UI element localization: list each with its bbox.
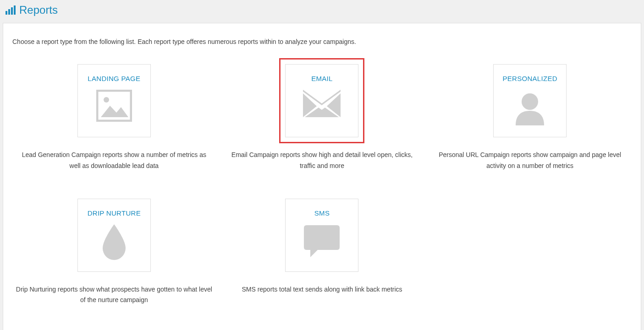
bar-chart-icon xyxy=(6,5,16,15)
svg-point-11 xyxy=(522,93,538,110)
report-card-email[interactable]: EMAIL xyxy=(285,64,358,137)
report-card-title: SMS xyxy=(314,209,330,217)
envelope-icon xyxy=(303,90,341,117)
report-card-desc: Personal URL Campaign reports show campa… xyxy=(431,150,628,172)
report-card-wrap: LANDING PAGE xyxy=(72,58,157,143)
report-card-desc: SMS reports total text sends along with … xyxy=(242,284,402,295)
content-panel: Choose a report type from the following … xyxy=(3,23,641,330)
report-card-cell-sms: SMS SMS reports total text sends along w… xyxy=(220,193,424,306)
report-card-landing-page[interactable]: LANDING PAGE xyxy=(77,64,151,137)
report-card-desc: Lead Generation Campaign reports show a … xyxy=(16,150,213,172)
speech-bubble-icon xyxy=(304,224,340,258)
report-card-cell-personalized: PERSONALIZED Personal URL Campaign repor… xyxy=(428,58,632,172)
page-header: Reports xyxy=(0,0,644,20)
svg-marker-6 xyxy=(101,106,128,117)
report-card-wrap: PERSONALIZED xyxy=(487,58,572,143)
svg-rect-3 xyxy=(14,5,16,15)
water-drop-icon xyxy=(101,224,127,260)
svg-rect-1 xyxy=(8,9,10,15)
report-card-title: EMAIL xyxy=(311,75,333,82)
report-card-sms[interactable]: SMS xyxy=(285,199,358,272)
report-card-cell-email: EMAIL Email Campaign reports show high a… xyxy=(220,58,424,172)
report-card-personalized[interactable]: PERSONALIZED xyxy=(493,64,567,137)
report-card-wrap: DRIP NURTURE xyxy=(72,193,157,278)
report-cards-grid: LANDING PAGE Lead Generation Campaign re… xyxy=(12,58,632,306)
report-card-title: DRIP NURTURE xyxy=(88,209,141,217)
svg-point-5 xyxy=(104,97,109,103)
page-title: Reports xyxy=(19,4,58,16)
report-card-title: PERSONALIZED xyxy=(502,75,557,82)
report-card-desc: Drip Nurturing reports show what prospec… xyxy=(16,284,213,306)
report-card-wrap: SMS xyxy=(279,193,364,278)
report-card-desc: Email Campaign reports show high and det… xyxy=(223,150,420,172)
svg-rect-0 xyxy=(6,11,7,15)
image-placeholder-icon xyxy=(96,90,132,122)
report-card-drip-nurture[interactable]: DRIP NURTURE xyxy=(77,199,151,272)
intro-text: Choose a report type from the following … xyxy=(12,38,632,45)
report-card-title: LANDING PAGE xyxy=(88,75,140,82)
report-card-cell-landing-page: LANDING PAGE Lead Generation Campaign re… xyxy=(12,58,216,172)
svg-rect-2 xyxy=(11,7,13,15)
report-card-cell-drip-nurture: DRIP NURTURE Drip Nurturing reports show… xyxy=(12,193,216,306)
person-icon xyxy=(512,90,548,125)
report-card-wrap-highlighted: EMAIL xyxy=(279,58,364,143)
